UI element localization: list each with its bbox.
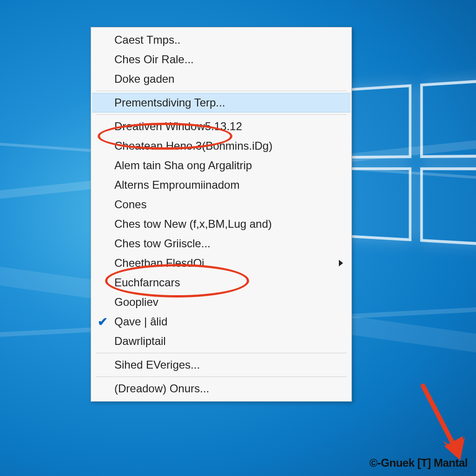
annotation-arrow-icon — [404, 381, 474, 465]
menu-item-label: Doke gaden — [114, 73, 174, 86]
menu-item-label: Ches tow New (f,x,BM,Lug and) — [114, 218, 272, 231]
menu-item[interactable]: Dawrliptail — [92, 331, 350, 351]
watermark-text: ©-Gnuek [T] Mantal — [370, 456, 468, 469]
menu-item-label: Ches tow Griiscle... — [114, 237, 211, 250]
menu-item-label: Ches Oir Rale... — [114, 53, 194, 66]
menu-item[interactable]: Ches tow New (f,x,BM,Lug and) — [92, 214, 350, 234]
submenu-arrow-icon — [339, 260, 343, 266]
menu-item-label: Euchfarncars — [114, 276, 180, 289]
menu-item-label: Goopliev — [114, 296, 159, 309]
menu-item[interactable]: Alem tain Sha ong Argalitrip — [92, 156, 350, 175]
menu-item-label: Dreativen Window5.13.12 — [114, 120, 242, 133]
menu-item-label: Cheetban FlesdOi. — [114, 257, 207, 270]
menu-item[interactable]: Qave | âlid✔ — [92, 312, 350, 331]
menu-item[interactable]: Cones — [92, 195, 350, 214]
menu-item[interactable]: Prementsdiving Terp... — [92, 93, 350, 112]
menu-item-label: Alem tain Sha ong Argalitrip — [114, 159, 252, 172]
menu-item[interactable]: Doke gaden — [92, 69, 350, 89]
menu-item[interactable]: Ches tow Griiscle... — [92, 234, 350, 253]
menu-item[interactable]: Cheetban FlesdOi. — [92, 253, 350, 273]
menu-item-label: Sihed EVeriges... — [114, 358, 200, 371]
svg-line-0 — [423, 386, 456, 449]
menu-item-label: Cones — [114, 198, 146, 211]
context-menu: Caest Tmps..Ches Oir Rale...Doke gadenPr… — [91, 27, 352, 402]
check-icon: ✔ — [98, 315, 108, 329]
menu-separator — [96, 377, 347, 377]
menu-separator — [96, 353, 347, 353]
menu-item-label: Qave | âlid — [114, 315, 167, 328]
menu-item[interactable]: Euchfarncars — [92, 273, 350, 292]
menu-item[interactable]: Dreativen Window5.13.12 — [92, 117, 350, 136]
menu-item[interactable]: Goopliev — [92, 292, 350, 312]
menu-item[interactable]: (Dreadow) Onurs... — [92, 379, 350, 398]
menu-item[interactable]: Sihed EVeriges... — [92, 355, 350, 375]
menu-item[interactable]: Alterns Emproumiinadom — [92, 175, 350, 195]
desktop-wallpaper[interactable]: Caest Tmps..Ches Oir Rale...Doke gadenPr… — [0, 0, 476, 476]
menu-separator — [96, 114, 347, 115]
windows-logo-icon — [345, 78, 476, 257]
menu-item[interactable]: Ches Oir Rale... — [92, 50, 350, 69]
menu-item[interactable]: Caest Tmps.. — [92, 30, 350, 50]
menu-item-label: Dawrliptail — [114, 335, 166, 348]
menu-item-label: Alterns Emproumiinadom — [114, 178, 239, 192]
menu-separator — [96, 91, 347, 91]
menu-item-label: Prementsdiving Terp... — [114, 96, 225, 109]
menu-item[interactable]: Cheatean Heno.3(Bonmins.iDg) — [92, 136, 350, 156]
menu-item-label: (Dreadow) Onurs... — [114, 382, 209, 395]
menu-item-label: Caest Tmps.. — [114, 33, 180, 46]
menu-item-label: Cheatean Heno.3(Bonmins.iDg) — [114, 139, 272, 152]
